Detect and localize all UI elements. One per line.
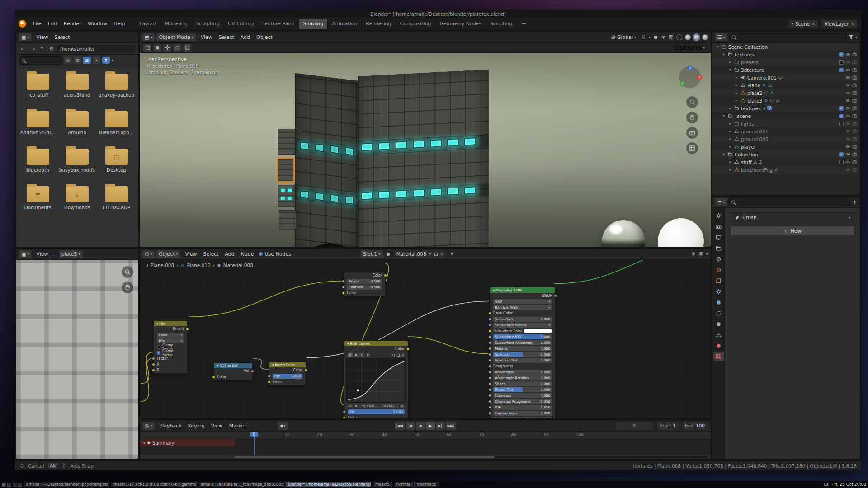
- value-slider[interactable]: Transmission0.000: [493, 411, 552, 416]
- curve-widget[interactable]: [346, 358, 406, 403]
- node-row-metallic[interactable]: Metallic0.000: [490, 346, 555, 352]
- scene-unlink-icon[interactable]: ×: [811, 21, 815, 26]
- node-row-curve[interactable]: [344, 358, 408, 403]
- node-row-clamp-factor[interactable]: ✓Clamp Factor: [154, 350, 187, 356]
- value-slider[interactable]: Clearcoat Roughness0.030: [493, 399, 552, 404]
- socket[interactable]: [488, 418, 491, 419]
- timeline-scrollbar[interactable]: [235, 456, 707, 458]
- filter-options-icon[interactable]: ▾: [112, 58, 113, 62]
- value-slider[interactable]: Subsurface0.000: [493, 317, 552, 322]
- workspace-tab-layout[interactable]: Layout: [135, 19, 160, 29]
- disable-render-camera-icon[interactable]: [852, 52, 857, 57]
- socket[interactable]: [488, 359, 491, 362]
- timeline-menu-playback[interactable]: Playback: [156, 422, 185, 430]
- node-dropdown[interactable]: Random Walk▾: [493, 305, 552, 310]
- curve-point-tools[interactable]: ⊞: [348, 404, 353, 408]
- shader-menu-view[interactable]: View: [182, 250, 200, 258]
- folder-item[interactable]: anakey-backup: [97, 71, 136, 99]
- properties-tab-particles[interactable]: [713, 297, 724, 307]
- current-frame-field[interactable]: 0: [615, 422, 654, 430]
- next-keyframe-button[interactable]: ▶|: [436, 422, 445, 430]
- timeline-menu-keying[interactable]: Keying: [185, 422, 208, 430]
- axis-x-handle[interactable]: X: [697, 75, 702, 80]
- blender-logo-icon[interactable]: [19, 20, 26, 28]
- breadcrumb-item[interactable]: Material.008: [223, 263, 253, 268]
- outliner-row[interactable]: ▸textures 3V✓: [712, 104, 860, 112]
- workspace-tab-scripting[interactable]: Scripting: [486, 19, 517, 29]
- breadcrumb-item[interactable]: Plane.010: [187, 263, 210, 268]
- outliner-search-input[interactable]: [729, 33, 847, 41]
- value-slider[interactable]: Anisotropic Rotation0.000: [493, 375, 552, 380]
- editor-type-button[interactable]: ☰▾: [715, 33, 727, 41]
- outliner-row[interactable]: ▸Plane: [712, 81, 860, 89]
- properties-tab-view-layer[interactable]: [713, 243, 724, 253]
- outliner-row[interactable]: ▸presets: [712, 58, 860, 66]
- workspace-tab-rendering[interactable]: Rendering: [362, 19, 396, 29]
- properties-tab-world[interactable]: [713, 265, 724, 275]
- socket[interactable]: [268, 375, 271, 378]
- node-row-subsurface[interactable]: Subsurface0.000: [490, 316, 555, 322]
- gizmos-icon[interactable]: [669, 35, 674, 40]
- node-row-subsurface-radius[interactable]: Subsurface Radius▾: [490, 322, 555, 328]
- node-row-specular-tint[interactable]: Specular Tint0.000: [490, 357, 555, 363]
- view-layer-unlink-icon[interactable]: ×: [851, 21, 854, 26]
- socket[interactable]: [251, 370, 254, 373]
- proportional-editing-icon[interactable]: [653, 35, 658, 40]
- point-y-field[interactable]: 0.2687: [380, 404, 399, 408]
- taskbar-window-button[interactable]: maskr1-17.xcf-1.0 (RGB color 8-bit gamma…: [111, 482, 197, 487]
- disable-render-camera-icon[interactable]: [852, 152, 857, 157]
- workspace-tab-uv-editing[interactable]: UV Editing: [224, 19, 258, 29]
- jump-to-end-button[interactable]: ▶▶|: [446, 422, 456, 430]
- shading-rendered-button[interactable]: [702, 34, 708, 40]
- node-row-ior[interactable]: IOR1.450: [490, 404, 555, 410]
- hide-viewport-eye-icon[interactable]: [845, 167, 850, 172]
- socket[interactable]: [343, 410, 346, 413]
- value-slider[interactable]: Anisotropic0.000: [493, 370, 552, 375]
- image-editor-menu-view[interactable]: View: [33, 250, 51, 258]
- folder-item[interactable]: BlenderExpo...: [97, 108, 136, 136]
- properties-tab-texture[interactable]: [713, 352, 724, 361]
- curve-channel-c[interactable]: C: [348, 353, 353, 357]
- hide-viewport-eye-icon[interactable]: [845, 98, 850, 103]
- socket[interactable]: [342, 291, 345, 295]
- hide-viewport-eye-icon[interactable]: [845, 106, 850, 111]
- topbar-menu-window[interactable]: Window: [85, 19, 110, 28]
- expand-icon[interactable]: ▸: [734, 83, 739, 87]
- node-row-random-walk[interactable]: Random Walk▾: [490, 305, 555, 310]
- file-search-input[interactable]: [19, 56, 62, 65]
- editor-type-button[interactable]: ≡▾: [715, 198, 727, 206]
- camera-view-button[interactable]: [686, 127, 698, 139]
- node-header[interactable]: ▾ RGB to BW: [214, 363, 252, 368]
- socket[interactable]: [488, 388, 491, 391]
- socket[interactable]: [488, 365, 491, 368]
- socket[interactable]: [488, 335, 491, 338]
- shader-menu-select[interactable]: Select: [200, 250, 222, 258]
- outliner-row[interactable]: ▾Collection✓: [712, 150, 860, 158]
- selected-plane-object[interactable]: [277, 158, 294, 182]
- workspace-tab-texture-paint[interactable]: Texture Paint: [259, 19, 299, 29]
- shader-menu-node[interactable]: Node: [238, 250, 257, 258]
- material-name-field[interactable]: Material.008 ×: [393, 250, 447, 258]
- plate-object[interactable]: [278, 185, 295, 207]
- taskbar-window-button[interactable]: amalie : ~/Desktop/blender (pcp-stamp)/b…: [24, 482, 109, 487]
- play-reverse-button[interactable]: ◀: [416, 422, 425, 430]
- add-workspace-button[interactable]: +: [518, 19, 530, 29]
- use-nodes-checkbox[interactable]: ✓ Use Nodes: [259, 251, 292, 257]
- refresh-button[interactable]: ↻: [47, 45, 56, 53]
- overlays-icon[interactable]: [698, 252, 703, 257]
- socket[interactable]: [406, 347, 410, 351]
- overlay-options-icon[interactable]: ▾: [706, 252, 708, 256]
- disable-render-camera-icon[interactable]: [852, 167, 857, 172]
- display-list-button[interactable]: ▤: [64, 57, 72, 64]
- collapse-icon[interactable]: ▾: [722, 52, 726, 56]
- jump-to-start-button[interactable]: |◀◀: [395, 422, 405, 430]
- node-row-subsurface-color[interactable]: Subsurface Color: [490, 328, 555, 334]
- value-slider[interactable]: Fac1.000: [348, 409, 405, 414]
- taskbar-window-button[interactable]: normal: [394, 482, 413, 487]
- socket[interactable]: [384, 274, 387, 277]
- value-slider[interactable]: Transmission Roughness0.000: [493, 417, 552, 419]
- expand-icon[interactable]: ▸: [734, 91, 739, 95]
- slot-selector[interactable]: Slot 1▾: [361, 250, 383, 258]
- socket[interactable]: [488, 382, 491, 385]
- outliner-row[interactable]: ▸plate2: [712, 89, 860, 97]
